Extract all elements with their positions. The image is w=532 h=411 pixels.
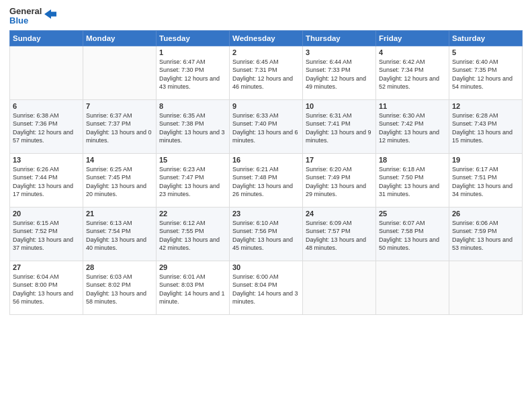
calendar-day-cell: 12Sunrise: 6:28 AM Sunset: 7:43 PM Dayli…	[449, 99, 523, 153]
day-number: 20	[13, 210, 80, 218]
day-info: Sunrise: 6:47 AM Sunset: 7:30 PM Dayligh…	[159, 58, 226, 91]
day-info: Sunrise: 6:06 AM Sunset: 7:59 PM Dayligh…	[452, 219, 519, 253]
calendar-day-cell: 16Sunrise: 6:21 AM Sunset: 7:48 PM Dayli…	[230, 153, 303, 207]
calendar-day-cell	[449, 261, 523, 314]
calendar-day-cell: 4Sunrise: 6:42 AM Sunset: 7:34 PM Daylig…	[376, 46, 449, 99]
day-number: 19	[452, 156, 519, 164]
day-number: 6	[13, 102, 80, 110]
day-info: Sunrise: 6:09 AM Sunset: 7:57 PM Dayligh…	[306, 219, 373, 253]
day-info: Sunrise: 6:07 AM Sunset: 7:58 PM Dayligh…	[379, 219, 446, 253]
calendar-day-cell: 3Sunrise: 6:44 AM Sunset: 7:33 PM Daylig…	[303, 46, 376, 99]
day-info: Sunrise: 6:13 AM Sunset: 7:54 PM Dayligh…	[86, 219, 153, 253]
calendar-day-cell: 21Sunrise: 6:13 AM Sunset: 7:54 PM Dayli…	[83, 207, 157, 261]
weekday-header-cell: Sunday	[10, 30, 83, 46]
page-header: General Blue	[9, 7, 523, 26]
day-number: 1	[159, 48, 226, 56]
day-info: Sunrise: 6:15 AM Sunset: 7:52 PM Dayligh…	[13, 219, 80, 253]
logo-text-general: General	[9, 7, 42, 16]
day-number: 3	[306, 48, 373, 56]
day-number: 21	[86, 210, 153, 218]
day-number: 26	[452, 210, 519, 218]
day-info: Sunrise: 6:26 AM Sunset: 7:44 PM Dayligh…	[13, 165, 80, 199]
calendar-week-row: 20Sunrise: 6:15 AM Sunset: 7:52 PM Dayli…	[10, 207, 523, 261]
calendar-day-cell: 20Sunrise: 6:15 AM Sunset: 7:52 PM Dayli…	[10, 207, 83, 261]
calendar-day-cell: 7Sunrise: 6:37 AM Sunset: 7:37 PM Daylig…	[83, 99, 157, 153]
day-info: Sunrise: 6:10 AM Sunset: 7:56 PM Dayligh…	[232, 219, 300, 253]
day-number: 30	[232, 263, 300, 271]
calendar-day-cell: 27Sunrise: 6:04 AM Sunset: 8:00 PM Dayli…	[10, 261, 83, 314]
calendar-body: 1Sunrise: 6:47 AM Sunset: 7:30 PM Daylig…	[10, 46, 523, 314]
day-info: Sunrise: 6:38 AM Sunset: 7:36 PM Dayligh…	[13, 111, 80, 145]
day-info: Sunrise: 6:42 AM Sunset: 7:34 PM Dayligh…	[379, 58, 446, 91]
calendar-day-cell: 6Sunrise: 6:38 AM Sunset: 7:36 PM Daylig…	[10, 99, 83, 153]
calendar-day-cell	[303, 261, 376, 314]
day-info: Sunrise: 6:31 AM Sunset: 7:41 PM Dayligh…	[306, 111, 373, 145]
day-number: 29	[159, 263, 226, 271]
day-number: 8	[159, 102, 226, 110]
day-info: Sunrise: 6:12 AM Sunset: 7:55 PM Dayligh…	[159, 219, 226, 253]
calendar-week-row: 6Sunrise: 6:38 AM Sunset: 7:36 PM Daylig…	[10, 99, 523, 153]
calendar-day-cell: 30Sunrise: 6:00 AM Sunset: 8:04 PM Dayli…	[230, 261, 303, 314]
calendar-day-cell	[376, 261, 449, 314]
calendar-day-cell: 14Sunrise: 6:25 AM Sunset: 7:45 PM Dayli…	[83, 153, 157, 207]
day-number: 2	[232, 48, 300, 56]
calendar-day-cell: 11Sunrise: 6:30 AM Sunset: 7:42 PM Dayli…	[376, 99, 449, 153]
calendar-day-cell: 23Sunrise: 6:10 AM Sunset: 7:56 PM Dayli…	[230, 207, 303, 261]
calendar-day-cell	[10, 46, 83, 99]
day-info: Sunrise: 6:45 AM Sunset: 7:31 PM Dayligh…	[232, 58, 300, 91]
day-number: 27	[13, 263, 80, 271]
day-number: 11	[379, 102, 446, 110]
day-info: Sunrise: 6:04 AM Sunset: 8:00 PM Dayligh…	[13, 273, 80, 306]
day-info: Sunrise: 6:21 AM Sunset: 7:48 PM Dayligh…	[232, 165, 300, 199]
day-number: 17	[306, 156, 373, 164]
logo: General Blue	[9, 7, 58, 26]
day-info: Sunrise: 6:40 AM Sunset: 7:35 PM Dayligh…	[452, 58, 519, 91]
calendar-day-cell: 17Sunrise: 6:20 AM Sunset: 7:49 PM Dayli…	[303, 153, 376, 207]
calendar-table: SundayMondayTuesdayWednesdayThursdayFrid…	[9, 30, 523, 315]
calendar-week-row: 27Sunrise: 6:04 AM Sunset: 8:00 PM Dayli…	[10, 261, 523, 314]
day-info: Sunrise: 6:25 AM Sunset: 7:45 PM Dayligh…	[86, 165, 153, 199]
calendar-day-cell: 28Sunrise: 6:03 AM Sunset: 8:02 PM Dayli…	[83, 261, 157, 314]
calendar-day-cell: 24Sunrise: 6:09 AM Sunset: 7:57 PM Dayli…	[303, 207, 376, 261]
weekday-header-cell: Saturday	[449, 30, 523, 46]
day-number: 5	[452, 48, 519, 56]
weekday-header-cell: Thursday	[303, 30, 376, 46]
calendar-day-cell: 18Sunrise: 6:18 AM Sunset: 7:50 PM Dayli…	[376, 153, 449, 207]
day-number: 16	[232, 156, 300, 164]
day-number: 23	[232, 210, 300, 218]
day-number: 14	[86, 156, 153, 164]
weekday-header-cell: Monday	[83, 30, 157, 46]
day-number: 25	[379, 210, 446, 218]
day-info: Sunrise: 6:20 AM Sunset: 7:49 PM Dayligh…	[306, 165, 373, 199]
day-number: 12	[452, 102, 519, 110]
day-info: Sunrise: 6:18 AM Sunset: 7:50 PM Dayligh…	[379, 165, 446, 199]
weekday-header-cell: Wednesday	[230, 30, 303, 46]
day-info: Sunrise: 6:35 AM Sunset: 7:38 PM Dayligh…	[159, 111, 226, 145]
day-info: Sunrise: 6:17 AM Sunset: 7:51 PM Dayligh…	[452, 165, 519, 199]
weekday-header-cell: Friday	[376, 30, 449, 46]
calendar-day-cell: 25Sunrise: 6:07 AM Sunset: 7:58 PM Dayli…	[376, 207, 449, 261]
calendar-day-cell: 10Sunrise: 6:31 AM Sunset: 7:41 PM Dayli…	[303, 99, 376, 153]
day-number: 22	[159, 210, 226, 218]
day-info: Sunrise: 6:03 AM Sunset: 8:02 PM Dayligh…	[86, 273, 153, 306]
calendar-week-row: 1Sunrise: 6:47 AM Sunset: 7:30 PM Daylig…	[10, 46, 523, 99]
calendar-week-row: 13Sunrise: 6:26 AM Sunset: 7:44 PM Dayli…	[10, 153, 523, 207]
weekday-header-row: SundayMondayTuesdayWednesdayThursdayFrid…	[10, 30, 523, 46]
day-info: Sunrise: 6:30 AM Sunset: 7:42 PM Dayligh…	[379, 111, 446, 145]
logo-arrow-icon	[43, 7, 58, 21]
day-number: 15	[159, 156, 226, 164]
calendar-day-cell: 2Sunrise: 6:45 AM Sunset: 7:31 PM Daylig…	[230, 46, 303, 99]
svg-marker-0	[44, 9, 56, 19]
calendar-day-cell: 15Sunrise: 6:23 AM Sunset: 7:47 PM Dayli…	[157, 153, 230, 207]
weekday-header-cell: Tuesday	[157, 30, 230, 46]
calendar-day-cell: 29Sunrise: 6:01 AM Sunset: 8:03 PM Dayli…	[157, 261, 230, 314]
calendar-day-cell: 9Sunrise: 6:33 AM Sunset: 7:40 PM Daylig…	[230, 99, 303, 153]
calendar-day-cell	[83, 46, 157, 99]
calendar-day-cell: 1Sunrise: 6:47 AM Sunset: 7:30 PM Daylig…	[157, 46, 230, 99]
day-info: Sunrise: 6:01 AM Sunset: 8:03 PM Dayligh…	[159, 273, 226, 306]
day-number: 24	[306, 210, 373, 218]
calendar-day-cell: 26Sunrise: 6:06 AM Sunset: 7:59 PM Dayli…	[449, 207, 523, 261]
day-info: Sunrise: 6:44 AM Sunset: 7:33 PM Dayligh…	[306, 58, 373, 91]
day-number: 13	[13, 156, 80, 164]
calendar-day-cell: 13Sunrise: 6:26 AM Sunset: 7:44 PM Dayli…	[10, 153, 83, 207]
